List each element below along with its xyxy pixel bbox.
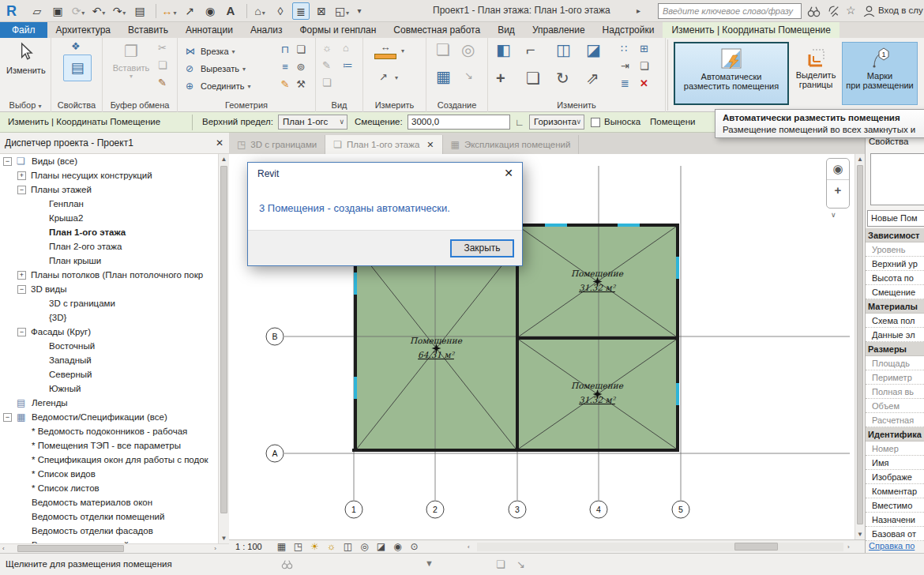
close-icon[interactable]: ✕ bbox=[216, 137, 223, 148]
scroll-down-icon[interactable]: ▼ bbox=[219, 535, 229, 542]
scroll-right-icon[interactable]: › bbox=[847, 543, 850, 551]
property-row[interactable]: Объем bbox=[866, 399, 924, 413]
delete-icon[interactable]: ✕ bbox=[640, 77, 648, 90]
cope-corner-icon[interactable]: ⌐ bbox=[526, 39, 535, 60]
demolish-icon[interactable]: ⚒ bbox=[296, 78, 306, 91]
create-similar-icon[interactable]: ↘ bbox=[464, 70, 473, 82]
create-assembly-icon[interactable]: ◎ bbox=[461, 39, 475, 60]
split-element-icon[interactable]: ◫ bbox=[556, 39, 571, 60]
split-face-icon[interactable]: ≡ bbox=[282, 61, 288, 73]
orientation-select[interactable]: Горизонта∨ bbox=[529, 115, 584, 130]
ribbon-tab[interactable]: Вид bbox=[489, 22, 524, 38]
tree-item[interactable]: − Фасады (Круг) bbox=[0, 325, 218, 339]
ribbon-tab[interactable]: Аннотации bbox=[177, 22, 242, 38]
panel-label-select[interactable]: Выбор ▾ bbox=[0, 100, 51, 111]
property-row[interactable]: Уровень bbox=[866, 242, 924, 257]
tree-item[interactable]: {3D} bbox=[0, 310, 218, 325]
measure-icon[interactable]: ↔ bbox=[160, 2, 178, 20]
scroll-up-icon[interactable]: ▲ bbox=[219, 156, 229, 163]
navbar-chevron-icon[interactable]: ∨ bbox=[831, 211, 836, 219]
panel-label-view[interactable]: Вид bbox=[316, 100, 362, 111]
thin-lines-icon[interactable]: ≣ bbox=[292, 2, 310, 20]
scrollbar-thumb[interactable] bbox=[17, 545, 124, 552]
property-row[interactable]: Расчетная bbox=[866, 413, 924, 427]
scroll-left-icon[interactable]: ‹ bbox=[2, 545, 5, 552]
tree-item[interactable]: * Ведомость подоконников - рабочая bbox=[0, 424, 218, 438]
search-input[interactable]: Введите ключевое слово/фразу bbox=[658, 3, 802, 19]
editable-only-icon[interactable]: ❏ bbox=[496, 558, 505, 570]
shadows-icon[interactable]: ◳ bbox=[290, 541, 306, 552]
navigation-bar[interactable]: ◉ + bbox=[826, 158, 850, 209]
modify-tool-button[interactable]: Изменить bbox=[6, 41, 44, 75]
tree-item[interactable]: План крыши bbox=[0, 254, 218, 268]
rendering-icon[interactable]: ☼ bbox=[323, 541, 340, 552]
paste-button[interactable]: ❐ Вставить ▾ bbox=[111, 41, 152, 80]
rotate-icon[interactable]: ↻ bbox=[556, 68, 569, 88]
revit-logo-icon[interactable]: R bbox=[6, 2, 25, 20]
ribbon-tab[interactable]: Надстройки bbox=[594, 22, 663, 38]
tree-expander-icon[interactable]: − bbox=[3, 157, 12, 166]
view-lightbulb-icon[interactable]: ☼ bbox=[322, 42, 332, 54]
selection-filter-icon[interactable]: ▼ bbox=[425, 558, 434, 568]
tree-item[interactable]: − 3D виды bbox=[0, 282, 218, 296]
tag-by-category-icon[interactable]: ◉ bbox=[201, 2, 219, 20]
sync-with-central-icon[interactable]: ⟳ bbox=[69, 2, 87, 20]
properties-help-link[interactable]: Справка по bbox=[869, 541, 915, 551]
tree-expander-icon[interactable]: + bbox=[17, 271, 26, 280]
array-icon[interactable]: ∷ bbox=[621, 43, 627, 55]
move-icon[interactable]: + bbox=[496, 68, 505, 88]
tree-expander-icon[interactable]: + bbox=[17, 171, 26, 180]
copy-element-icon[interactable]: ❏ bbox=[526, 68, 540, 88]
properties-button[interactable]: ▤ bbox=[63, 54, 92, 81]
open-file-icon[interactable]: ▱ bbox=[28, 2, 46, 20]
canvas-horizontal-scrollbar[interactable] bbox=[477, 543, 843, 551]
scroll-up-icon[interactable]: ▲ bbox=[855, 156, 865, 163]
property-row[interactable]: Смещение bbox=[866, 285, 924, 299]
tree-item[interactable]: * Список видов bbox=[0, 467, 218, 481]
family-types-icon[interactable]: ❖ bbox=[71, 40, 81, 53]
type-selector[interactable]: Новые Пом bbox=[867, 210, 924, 227]
frame-expand-icon[interactable]: ▸ bbox=[637, 6, 640, 15]
aligned-dimension-icon[interactable]: ↗ bbox=[181, 2, 198, 20]
leader-checkbox[interactable] bbox=[591, 118, 600, 127]
property-row[interactable]: Назначени bbox=[866, 513, 924, 527]
sun-path-icon[interactable]: ☀ bbox=[306, 541, 323, 552]
tree-item[interactable]: Северный bbox=[0, 367, 218, 381]
default-3d-view-icon[interactable]: ⌂ bbox=[251, 2, 269, 20]
view-tab[interactable]: ❏ План 1-ого этажа ✕ bbox=[325, 135, 442, 154]
cut-profile-icon[interactable]: ≔ bbox=[343, 59, 353, 72]
align-icon[interactable]: ◧ bbox=[496, 39, 511, 60]
dropdown-arrow-icon[interactable]: ▾ bbox=[395, 74, 398, 81]
user-icon[interactable] bbox=[862, 5, 876, 18]
tree-item[interactable]: * Помещения ТЭП - все параметры bbox=[0, 438, 218, 453]
scroll-right-icon[interactable]: › bbox=[214, 545, 216, 552]
tree-item[interactable]: Ведомость отделки фасадов bbox=[0, 524, 218, 538]
section-icon[interactable]: ◊ bbox=[272, 2, 289, 20]
scroll-down-icon[interactable]: ▼ bbox=[855, 531, 865, 538]
property-row[interactable]: Данные эл bbox=[866, 328, 924, 342]
property-row[interactable]: Размеры bbox=[866, 342, 924, 356]
property-row[interactable]: Верхний ур bbox=[866, 257, 924, 271]
tree-item[interactable]: − ▦ Ведомости/Спецификации (все) bbox=[0, 410, 218, 424]
scroll-left-icon[interactable]: ‹ bbox=[468, 543, 470, 551]
property-row[interactable]: Площадь bbox=[866, 356, 924, 370]
tree-expander-icon[interactable]: − bbox=[17, 285, 26, 294]
aligned-dimension-tool-icon[interactable]: ↗ bbox=[379, 71, 388, 84]
panel-label-clipboard[interactable]: Буфер обмена bbox=[103, 100, 177, 111]
undo-icon[interactable]: ↶ bbox=[90, 2, 107, 20]
worksharing-binoculars-icon[interactable] bbox=[281, 558, 293, 573]
unjoin-icon[interactable]: ⊚ bbox=[297, 61, 306, 73]
panel-label-create[interactable]: Создание bbox=[426, 100, 487, 111]
property-row[interactable]: Номер bbox=[866, 442, 924, 456]
panel-label-modify[interactable]: Изменить bbox=[488, 100, 665, 111]
highlight-boundaries-button[interactable]: Выделить границы bbox=[792, 42, 839, 105]
view-scale[interactable]: 1 : 100 bbox=[235, 542, 262, 551]
ribbon-tab[interactable]: Анализ bbox=[242, 22, 291, 38]
property-row[interactable]: Материалы bbox=[866, 299, 924, 314]
reveal-constraints-icon[interactable]: ⊙ bbox=[406, 541, 423, 552]
tree-item[interactable]: * Список листов bbox=[0, 481, 218, 495]
property-row[interactable]: Вместимо bbox=[866, 498, 924, 513]
ribbon-tab[interactable]: Архитектура bbox=[47, 22, 120, 38]
temporary-hide-isolate-icon[interactable]: ◪ bbox=[373, 541, 389, 552]
property-row[interactable]: Периметр bbox=[866, 370, 924, 385]
